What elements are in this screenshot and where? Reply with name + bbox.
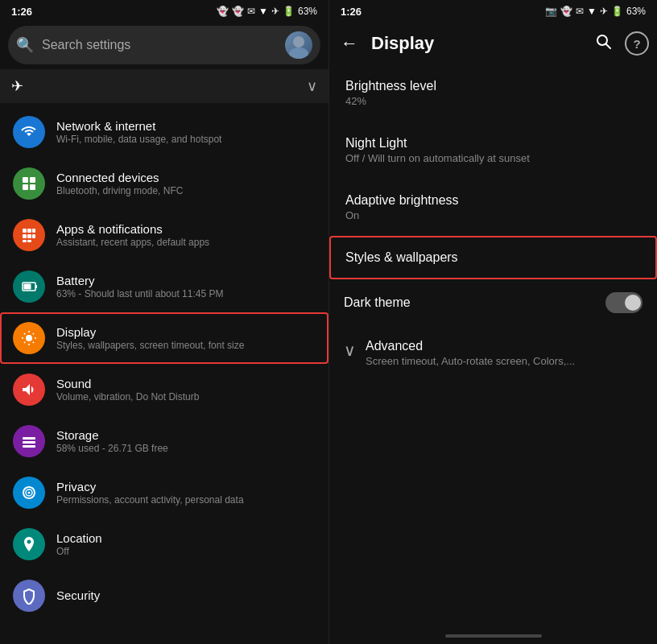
advanced-subtitle: Screen timeout, Auto-rotate screen, Colo… [366, 355, 575, 367]
svg-rect-2 [23, 177, 28, 183]
settings-item-battery[interactable]: Battery 63% - Should last until about 11… [0, 261, 328, 312]
display-item-brightness[interactable]: Brightness level 42% [329, 64, 657, 122]
network-subtitle: Wi-Fi, mobile, data usage, and hotspot [56, 134, 316, 145]
display-item-night-light[interactable]: Night Light Off / Will turn on automatic… [329, 122, 657, 179]
connected-subtitle: Bluetooth, driving mode, NFC [56, 185, 316, 196]
battery-icon-circle [13, 270, 45, 303]
advanced-row[interactable]: ∨ Advanced Screen timeout, Auto-rotate s… [329, 326, 657, 380]
settings-item-connected[interactable]: Connected devices Bluetooth, driving mod… [0, 158, 328, 209]
right-wifi-icon: ▼ [587, 6, 597, 17]
left-status-icons: 👻 👻 ✉ ▼ ✈ 🔋 63% [217, 6, 317, 17]
right-battery-percent: 63% [626, 6, 646, 17]
svg-rect-20 [23, 445, 35, 448]
page-title: Display [371, 33, 581, 54]
advanced-text: Advanced Screen timeout, Auto-rotate scr… [366, 339, 575, 367]
night-light-title: Night Light [345, 136, 641, 151]
help-button[interactable]: ? [625, 31, 649, 56]
svg-point-22 [28, 492, 31, 494]
message-icon: ✉ [247, 6, 255, 17]
brightness-subtitle: 42% [345, 95, 641, 107]
settings-item-privacy[interactable]: Privacy Permissions, account activity, p… [0, 467, 328, 518]
svg-rect-16 [24, 284, 31, 290]
display-item-adaptive-brightness[interactable]: Adaptive brightness On [329, 179, 657, 236]
settings-item-display[interactable]: Display Styles, wallpapers, screen timeo… [0, 312, 328, 364]
wifi-icon: ▼ [258, 6, 268, 17]
svg-rect-4 [23, 184, 28, 190]
display-item-styles-wallpapers[interactable]: Styles & wallpapers [329, 236, 657, 279]
settings-item-network[interactable]: Network & internet Wi-Fi, mobile, data u… [0, 106, 328, 158]
advanced-title: Advanced [366, 339, 575, 353]
svg-rect-11 [32, 234, 35, 238]
right-status-bar: 1:26 📷 👻 ✉ ▼ ✈ 🔋 63% [329, 0, 657, 23]
network-text: Network & internet Wi-Fi, mobile, data u… [56, 119, 316, 145]
right-status-icons: 📷 👻 ✉ ▼ ✈ 🔋 63% [545, 6, 646, 17]
storage-icon-circle [13, 425, 45, 457]
svg-rect-8 [32, 229, 35, 233]
battery-title: Battery [56, 274, 316, 287]
svg-rect-12 [23, 240, 27, 242]
dark-theme-title: Dark theme [344, 295, 605, 310]
airplane-mode-row[interactable]: ✈ ∨ [0, 69, 328, 103]
svg-line-24 [606, 44, 611, 49]
security-text: Security [56, 588, 316, 603]
left-time: 1:26 [11, 6, 32, 18]
toggle-knob [625, 295, 641, 311]
display-list: Brightness level 42% Night Light Off / W… [329, 64, 657, 628]
dark-theme-toggle[interactable] [605, 292, 643, 313]
storage-subtitle: 58% used - 26.71 GB free [56, 443, 316, 454]
apps-subtitle: Assistant, recent apps, default apps [56, 237, 316, 248]
battery-icon-status: 🔋 [283, 6, 295, 17]
location-subtitle: Off [56, 546, 316, 557]
settings-item-location[interactable]: Location Off [0, 518, 328, 570]
search-bar[interactable]: 🔍 Search settings [8, 26, 320, 64]
back-button[interactable]: ← [334, 27, 365, 60]
svg-rect-9 [23, 234, 27, 238]
bottom-bar [445, 634, 542, 638]
privacy-icon-circle [13, 477, 45, 509]
battery-subtitle: 63% - Should last until about 11:45 PM [56, 288, 316, 299]
svg-rect-5 [30, 184, 35, 190]
left-panel: 1:26 👻 👻 ✉ ▼ ✈ 🔋 63% 🔍 Search settings ✈… [0, 0, 328, 644]
privacy-text: Privacy Permissions, account activity, p… [56, 480, 316, 506]
connected-title: Connected devices [56, 171, 316, 184]
security-title: Security [56, 588, 316, 602]
snapchat-icon: 👻 [217, 6, 229, 17]
avatar[interactable] [285, 31, 312, 59]
settings-list: Network & internet Wi-Fi, mobile, data u… [0, 106, 328, 644]
dark-theme-row[interactable]: Dark theme [329, 279, 657, 326]
settings-item-sound[interactable]: Sound Volume, vibration, Do Not Disturb [0, 364, 328, 415]
location-icon-circle [13, 528, 45, 560]
sound-text: Sound Volume, vibration, Do Not Disturb [56, 377, 316, 402]
storage-text: Storage 58% used - 26.71 GB free [56, 428, 316, 454]
storage-title: Storage [56, 428, 316, 442]
right-time: 1:26 [341, 6, 362, 18]
adaptive-brightness-subtitle: On [345, 209, 641, 221]
svg-rect-18 [23, 437, 35, 440]
display-subtitle: Styles, wallpapers, screen timeout, font… [56, 340, 316, 351]
search-icon: 🔍 [16, 36, 34, 54]
svg-rect-15 [35, 285, 37, 288]
display-icon-circle [13, 322, 45, 354]
brightness-title: Brightness level [345, 79, 641, 93]
settings-item-apps[interactable]: Apps & notifications Assistant, recent a… [0, 209, 328, 261]
right-airplane-icon: ✈ [600, 6, 608, 17]
dark-theme-text: Dark theme [344, 295, 605, 310]
settings-item-storage[interactable]: Storage 58% used - 26.71 GB free [0, 415, 328, 467]
nav-search-button[interactable] [588, 26, 618, 61]
apps-icon-circle [13, 219, 45, 251]
styles-wallpapers-title: Styles & wallpapers [345, 250, 641, 265]
svg-rect-13 [27, 240, 31, 242]
security-icon-circle [13, 580, 45, 612]
svg-rect-7 [27, 229, 31, 233]
chevron-down-icon: ∨ [344, 339, 356, 360]
nav-bar: ← Display ? [329, 23, 657, 64]
left-status-bar: 1:26 👻 👻 ✉ ▼ ✈ 🔋 63% [0, 0, 328, 23]
svg-rect-10 [27, 234, 31, 238]
svg-rect-19 [23, 441, 35, 444]
settings-item-security[interactable]: Security [0, 570, 328, 621]
apps-title: Apps & notifications [56, 222, 316, 236]
battery-percent: 63% [298, 6, 317, 17]
airplane-icon-status: ✈ [271, 6, 279, 17]
snapchat2-icon: 👻 [232, 6, 244, 17]
svg-point-1 [289, 47, 308, 59]
